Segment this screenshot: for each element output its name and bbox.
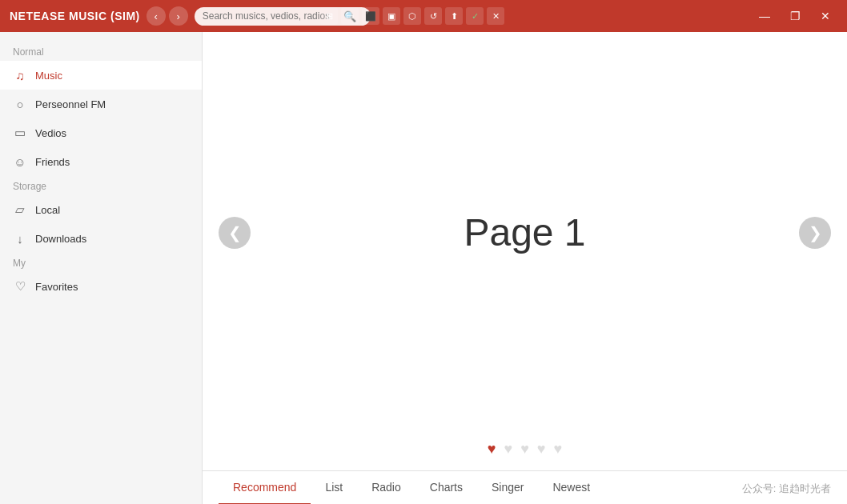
sidebar-item-music[interactable]: ♫Music <box>0 61 202 90</box>
carousel-area: ❮ Page 1 ❯ <box>203 32 847 433</box>
back-button[interactable]: ‹ <box>147 6 166 26</box>
title-bar: NETEASE MUSIC (SIM) ‹ › 🔍 ⊞ ▭ ⬛ ▣ ⬡ ↺ ⬆ … <box>0 0 847 32</box>
sidebar-section-storage: Storage <box>0 176 202 195</box>
sidebar-item-favorites[interactable]: ♡Favorites <box>0 272 202 301</box>
carousel-dot-0[interactable]: ♥ <box>488 441 496 458</box>
toolbar-icon-2[interactable]: ▭ <box>341 7 359 25</box>
sidebar-item-vedios[interactable]: ▭Vedios <box>0 118 202 147</box>
vedios-label: Vedios <box>35 127 66 139</box>
friends-label: Friends <box>35 156 70 168</box>
sidebar-item-perseonnel-fm[interactable]: ○Perseonnel FM <box>0 90 202 118</box>
toolbar-icons: ⊞ ▭ ⬛ ▣ ⬡ ↺ ⬆ ✓ ✕ <box>320 0 504 32</box>
title-bar-left: NETEASE MUSIC (SIM) ‹ › 🔍 <box>10 6 371 26</box>
sidebar: Normal♫Music○Perseonnel FM▭Vedios☺Friend… <box>0 32 203 504</box>
tab-radio[interactable]: Radio <box>357 471 415 504</box>
toolbar-icon-5[interactable]: ⬡ <box>403 7 421 25</box>
app-title: NETEASE MUSIC (SIM) <box>10 10 140 22</box>
perseonnel-fm-icon: ○ <box>13 97 27 111</box>
main-layout: Normal♫Music○Perseonnel FM▭Vedios☺Friend… <box>0 32 847 504</box>
sidebar-item-friends[interactable]: ☺Friends <box>0 147 202 176</box>
carousel-dots: ♥♥♥♥♥ <box>203 433 847 470</box>
search-input[interactable] <box>203 10 339 22</box>
toolbar-icon-3[interactable]: ⬛ <box>362 7 379 25</box>
carousel-prev-button[interactable]: ❮ <box>219 217 251 249</box>
tab-charts[interactable]: Charts <box>415 471 477 504</box>
tab-recommend[interactable]: Recommend <box>219 471 311 504</box>
toolbar-icon-6[interactable]: ↺ <box>424 7 442 25</box>
window-controls: — ❐ ✕ <box>753 6 837 26</box>
local-label: Local <box>35 204 60 216</box>
tab-list[interactable]: List <box>311 471 357 504</box>
sidebar-section-normal: Normal <box>0 42 202 61</box>
sidebar-section-my: My <box>0 253 202 272</box>
carousel-dot-1[interactable]: ♥ <box>504 441 512 458</box>
sidebar-item-downloads[interactable]: ↓Downloads <box>0 224 202 253</box>
page-title: Page 1 <box>464 210 585 254</box>
carousel-dot-3[interactable]: ♥ <box>537 441 546 458</box>
toolbar-icon-1[interactable]: ⊞ <box>320 7 338 25</box>
downloads-icon: ↓ <box>13 231 27 246</box>
tabs-bar: RecommendListRadioChartsSingerNewest <box>203 470 847 504</box>
perseonnel-fm-label: Perseonnel FM <box>35 98 106 110</box>
toolbar-icon-close[interactable]: ✕ <box>487 7 504 25</box>
toolbar-icon-4[interactable]: ▣ <box>383 7 400 25</box>
tab-singer[interactable]: Singer <box>477 471 538 504</box>
carousel-dot-2[interactable]: ♥ <box>520 441 529 458</box>
downloads-label: Downloads <box>35 233 86 245</box>
vedios-icon: ▭ <box>13 126 27 140</box>
toolbar-icon-8[interactable]: ✓ <box>466 7 484 25</box>
music-icon: ♫ <box>13 68 27 82</box>
carousel-dot-4[interactable]: ♥ <box>554 441 563 458</box>
sidebar-item-local[interactable]: ▱Local <box>0 195 202 224</box>
favorites-icon: ♡ <box>13 279 27 294</box>
tab-newest[interactable]: Newest <box>538 471 604 504</box>
friends-icon: ☺ <box>13 154 27 169</box>
close-button[interactable]: ✕ <box>813 6 837 26</box>
forward-button[interactable]: › <box>169 6 188 26</box>
music-label: Music <box>35 70 62 82</box>
toolbar-icon-7[interactable]: ⬆ <box>445 7 463 25</box>
content-area: ❮ Page 1 ❯ ♥♥♥♥♥ RecommendListRadioChart… <box>203 32 847 504</box>
minimize-button[interactable]: — <box>753 6 777 26</box>
maximize-button[interactable]: ❐ <box>783 6 807 26</box>
carousel-next-button[interactable]: ❯ <box>799 217 831 249</box>
local-icon: ▱ <box>13 202 27 217</box>
nav-arrows: ‹ › <box>147 6 188 26</box>
favorites-label: Favorites <box>35 281 78 293</box>
